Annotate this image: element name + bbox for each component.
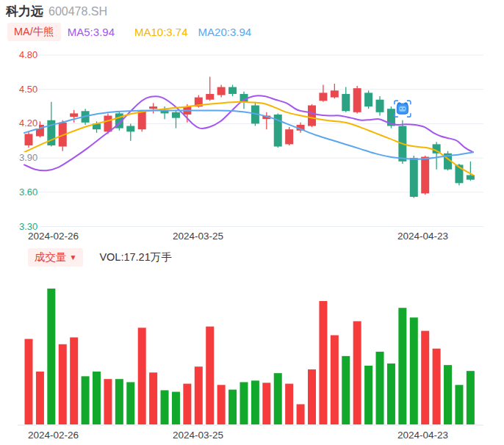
volume-bar (217, 385, 226, 424)
candle-body (172, 112, 180, 118)
volume-header: 成交量 ▼ VOL:17.21万手 (28, 248, 172, 267)
volume-bar (59, 344, 67, 424)
candle-body (149, 106, 157, 109)
volume-bar (36, 372, 44, 424)
volume-bar (138, 328, 146, 424)
volume-bar (70, 337, 78, 424)
volume-bar (274, 373, 282, 424)
volume-bar (331, 336, 339, 424)
volume-bar (297, 404, 305, 424)
date-axis-label: 2024-04-23 (397, 430, 448, 441)
volume-bar (149, 372, 157, 424)
price-axis-label: 4.20 (19, 117, 39, 129)
date-axis-label: 2024-03-25 (173, 231, 223, 242)
candle-body (342, 94, 350, 111)
volume-bar (93, 372, 101, 424)
candle-body (410, 158, 418, 197)
price-axis-label: 4.80 (19, 49, 39, 60)
volume-bar (183, 384, 191, 424)
volume-bar (387, 363, 395, 424)
candle-body (138, 111, 146, 129)
price-axis-label: 4.50 (19, 84, 39, 95)
volume-bar (433, 349, 441, 424)
candle-body (353, 88, 361, 112)
candle-body (70, 113, 78, 117)
candle-body (364, 93, 372, 106)
candle-body (228, 87, 237, 94)
volume-bar (342, 356, 350, 424)
marker-bracket (407, 113, 411, 117)
chevron-down-icon: ▼ (70, 254, 77, 261)
volume-bar (240, 382, 248, 424)
candle-body (126, 126, 134, 132)
volume-bar (115, 379, 123, 424)
candle-body (285, 129, 293, 144)
volume-bar (206, 327, 214, 424)
volume-bar (353, 321, 361, 424)
candle-body (206, 94, 214, 100)
date-axis-label: 2024-03-25 (173, 430, 223, 441)
volume-bar (104, 379, 112, 424)
marker-bracket (395, 113, 398, 117)
volume-bar (421, 331, 429, 424)
volume-bar (410, 317, 418, 424)
candle-body (25, 134, 33, 145)
volume-bar (25, 339, 33, 424)
date-axis-label: 2024-04-23 (397, 231, 448, 242)
volume-bar (262, 383, 270, 424)
volume-bar (467, 371, 475, 424)
volume-bar (161, 390, 169, 424)
volume-bar (47, 289, 55, 424)
candle-body (308, 105, 316, 126)
candle-body (376, 100, 384, 112)
candle-body (217, 87, 226, 95)
price-axis-label: 3.90 (19, 152, 39, 163)
volume-bar (251, 380, 259, 424)
volume-bar (172, 392, 180, 424)
volume-bar (455, 385, 463, 424)
volume-bar (308, 369, 316, 424)
kline-volume-chart[interactable] (0, 0, 504, 445)
stock-chart-app: 科力远 600478.SH MA/牛熊 MA5:3.94 MA10:3.74 M… (0, 0, 504, 445)
volume-selector-label: 成交量 (35, 250, 67, 264)
volume-bar (126, 382, 134, 424)
volume-bar (398, 308, 406, 424)
volume-bar (444, 365, 452, 424)
volume-bar (319, 301, 327, 424)
volume-bar (376, 352, 384, 424)
volume-bar (195, 366, 203, 424)
candle-body (319, 93, 327, 101)
date-axis-label: 2024-02-26 (28, 430, 79, 441)
price-axis-label: 3.60 (19, 187, 39, 198)
candle-body (421, 157, 429, 194)
candle-body (331, 90, 339, 97)
volume-indicator-selector[interactable]: 成交量 ▼ (28, 248, 83, 267)
volume-bar (364, 366, 372, 424)
volume-bar (82, 376, 90, 424)
volume-bar (228, 390, 237, 424)
date-axis-label: 2024-02-26 (28, 231, 79, 242)
volume-value-label: VOL:17.21万手 (99, 250, 171, 264)
bear-marker-icon[interactable] (397, 103, 408, 115)
volume-bar (285, 384, 293, 424)
candle-body (104, 116, 112, 132)
